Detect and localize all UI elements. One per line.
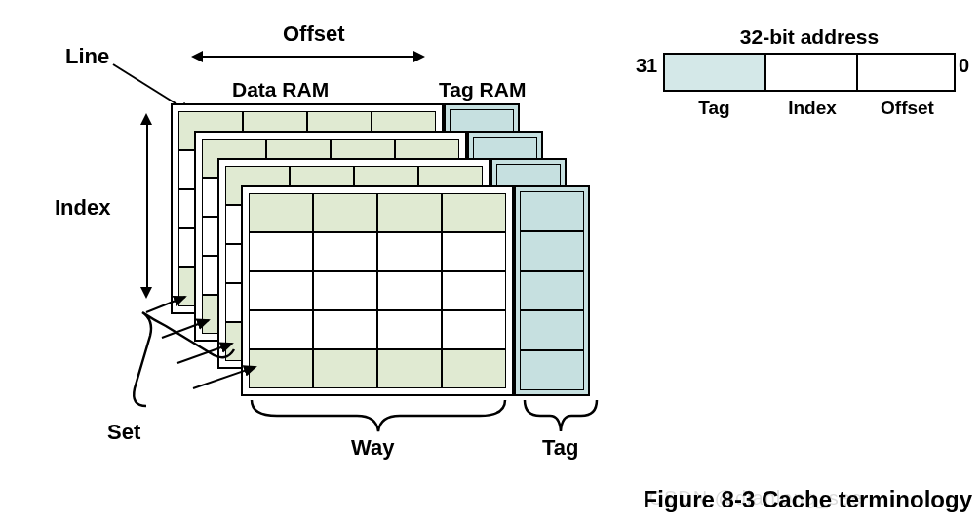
index-label: Index xyxy=(55,195,110,221)
line-label: Line xyxy=(65,44,109,69)
index-arrow-line xyxy=(146,123,148,289)
tag-block-3 xyxy=(514,185,590,396)
offset-label: Offset xyxy=(283,21,345,47)
set-label: Set xyxy=(107,420,140,445)
tag-label: Tag xyxy=(542,435,578,461)
address-diagram: 31 0 32-bit address Tag Index Offset xyxy=(663,25,956,119)
address-label-offset: Offset xyxy=(859,98,956,119)
address-label-index: Index xyxy=(765,98,859,119)
address-label-tag: Tag xyxy=(663,98,765,119)
address-field-tag xyxy=(665,55,766,90)
offset-arrow-head-right xyxy=(413,51,425,62)
way-label: Way xyxy=(351,435,394,461)
svg-line-1 xyxy=(146,297,185,312)
address-title: 32-bit address xyxy=(663,25,956,49)
way-brace xyxy=(242,394,515,439)
address-fields-row xyxy=(663,53,956,92)
tag-ram-label: Tag RAM xyxy=(439,78,526,101)
svg-line-3 xyxy=(177,344,232,363)
tag-brace xyxy=(517,394,605,439)
svg-line-4 xyxy=(193,367,255,388)
offset-arrow-line xyxy=(201,56,415,58)
address-field-index xyxy=(766,55,859,90)
svg-line-2 xyxy=(162,320,209,338)
data-ram-label: Data RAM xyxy=(232,78,329,101)
address-msb: 31 xyxy=(636,55,657,77)
figure-caption: Figure 8-3 Cache terminology xyxy=(644,486,972,513)
address-field-offset xyxy=(858,55,954,90)
address-field-labels: Tag Index Offset xyxy=(663,98,956,119)
address-lsb: 0 xyxy=(959,55,969,77)
index-arrow-head-up xyxy=(140,113,152,125)
